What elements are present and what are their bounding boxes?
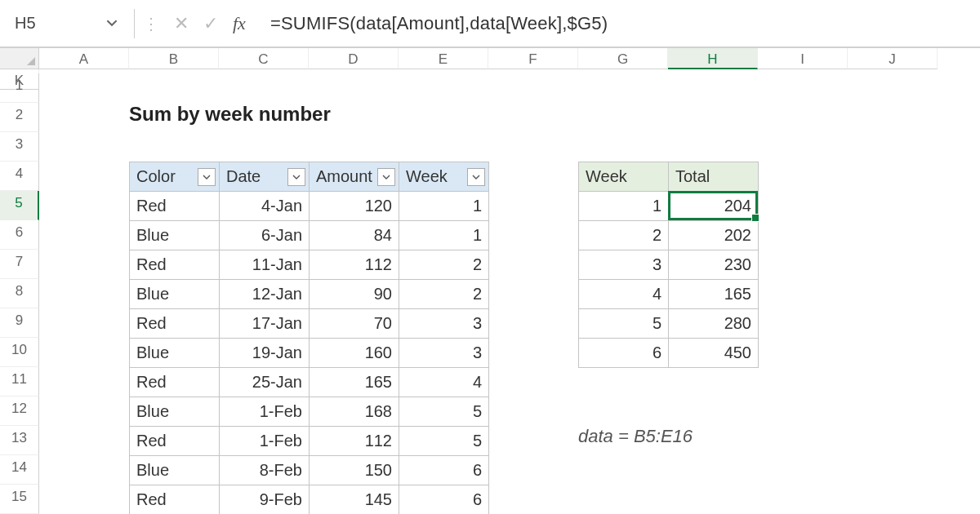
table-row: Red9-Feb1456 [130, 485, 489, 515]
col-header-color[interactable]: Color [130, 162, 220, 192]
cell-color[interactable]: Red [130, 485, 220, 515]
cell-amount[interactable]: 150 [310, 456, 399, 485]
cell-week[interactable]: 4 [399, 368, 489, 397]
filter-icon[interactable] [287, 168, 305, 186]
col-header-J[interactable]: J [848, 48, 938, 69]
cell-date[interactable]: 17-Jan [220, 309, 310, 339]
cell-week[interactable]: 4 [579, 280, 669, 309]
cell-week[interactable]: 6 [399, 456, 489, 485]
cell-color[interactable]: Blue [130, 280, 220, 309]
cell-color[interactable]: Blue [130, 397, 220, 427]
filter-icon[interactable] [377, 168, 395, 186]
cell-total[interactable]: 165 [669, 280, 759, 309]
row-header-11[interactable]: 11 [0, 367, 39, 397]
row-header-14[interactable]: 14 [0, 455, 39, 485]
col-header-I[interactable]: I [758, 48, 848, 69]
cell-amount[interactable]: 112 [310, 250, 399, 280]
row-header-5[interactable]: 5 [0, 191, 39, 220]
cell-week[interactable]: 3 [579, 250, 669, 280]
cell-color[interactable]: Red [130, 368, 220, 397]
cell-week[interactable]: 6 [579, 339, 669, 368]
cell-color[interactable]: Red [130, 309, 220, 339]
cell-week[interactable]: 3 [399, 339, 489, 368]
cell-week[interactable]: 1 [399, 221, 489, 250]
cell-color[interactable]: Blue [130, 221, 220, 250]
cell-week[interactable]: 2 [399, 250, 489, 280]
cell-amount[interactable]: 90 [310, 280, 399, 309]
cell-week[interactable]: 5 [399, 427, 489, 456]
name-box[interactable]: H5 [8, 11, 126, 36]
col-header-amount[interactable]: Amount [310, 162, 399, 192]
cell-total[interactable]: 202 [669, 221, 759, 250]
table-row: 2202 [579, 221, 759, 250]
cell-date[interactable]: 25-Jan [220, 368, 310, 397]
cell-date[interactable]: 1-Feb [220, 397, 310, 427]
cell-color[interactable]: Red [130, 192, 220, 221]
row-header-7[interactable]: 7 [0, 250, 39, 279]
cell-date[interactable]: 6-Jan [220, 221, 310, 250]
cell-week[interactable]: 5 [579, 309, 669, 339]
cell-week[interactable]: 1 [579, 192, 669, 221]
col-header-G[interactable]: G [578, 48, 668, 69]
row-header-13[interactable]: 13 [0, 426, 39, 455]
cell-amount[interactable]: 165 [310, 368, 399, 397]
cell-amount[interactable]: 112 [310, 427, 399, 456]
cell-amount[interactable]: 84 [310, 221, 399, 250]
fx-icon[interactable]: fx [233, 13, 246, 34]
col-header-week[interactable]: Week [399, 162, 489, 192]
cell-amount[interactable]: 70 [310, 309, 399, 339]
cell-color[interactable]: Red [130, 427, 220, 456]
row-header-6[interactable]: 6 [0, 220, 39, 250]
col-header-D[interactable]: D [309, 48, 399, 69]
cell-total[interactable]: 280 [669, 309, 759, 339]
cell-amount[interactable]: 168 [310, 397, 399, 427]
row-header-10[interactable]: 10 [0, 338, 39, 367]
col-header-B[interactable]: B [129, 48, 219, 69]
cell-week[interactable]: 5 [399, 397, 489, 427]
cell-date[interactable]: 9-Feb [220, 485, 310, 515]
vertical-dots-icon: ⋮ [143, 14, 159, 33]
cell-amount[interactable]: 145 [310, 485, 399, 515]
cell-date[interactable]: 4-Jan [220, 192, 310, 221]
cell-amount[interactable]: 160 [310, 339, 399, 368]
row-header-4[interactable]: 4 [0, 162, 39, 191]
cell-week[interactable]: 3 [399, 309, 489, 339]
cell-date[interactable]: 19-Jan [220, 339, 310, 368]
col-header-C[interactable]: C [219, 48, 309, 69]
cells-area[interactable]: Sum by week number Color Date Amount Wee… [39, 73, 938, 514]
cell-date[interactable]: 1-Feb [220, 427, 310, 456]
cell-week[interactable]: 2 [399, 280, 489, 309]
select-all-button[interactable] [0, 48, 39, 69]
row-header-9[interactable]: 9 [0, 308, 39, 338]
cell-color[interactable]: Blue [130, 339, 220, 368]
col-header-date[interactable]: Date [220, 162, 310, 192]
col-header-A[interactable]: A [39, 48, 129, 69]
cell-total[interactable]: 230 [669, 250, 759, 280]
filter-icon[interactable] [198, 168, 216, 186]
cell-date[interactable]: 11-Jan [220, 250, 310, 280]
row-header-15[interactable]: 15 [0, 485, 39, 514]
row-header-1[interactable]: 1 [0, 73, 39, 103]
cell-total[interactable]: 204 [669, 192, 759, 221]
row-header-3[interactable]: 3 [0, 132, 39, 162]
filter-icon[interactable] [467, 168, 485, 186]
row-header-12[interactable]: 12 [0, 397, 39, 426]
cell-date[interactable]: 8-Feb [220, 456, 310, 485]
col-header-F[interactable]: F [488, 48, 578, 69]
enter-icon[interactable]: ✓ [203, 13, 218, 34]
cell-color[interactable]: Red [130, 250, 220, 280]
cell-date[interactable]: 12-Jan [220, 280, 310, 309]
col-header-H[interactable]: H [668, 48, 758, 69]
formula-input[interactable]: =SUMIFS(data[Amount],data[Week],$G5) [246, 13, 608, 34]
cell-color[interactable]: Blue [130, 456, 220, 485]
cancel-icon[interactable]: ✕ [174, 13, 189, 34]
cell-week[interactable]: 6 [399, 485, 489, 515]
cell-week[interactable]: 1 [399, 192, 489, 221]
col-header-E[interactable]: E [399, 48, 488, 69]
row-header-2[interactable]: 2 [0, 103, 39, 132]
row-header-8[interactable]: 8 [0, 279, 39, 308]
cell-amount[interactable]: 120 [310, 192, 399, 221]
cell-week[interactable]: 2 [579, 221, 669, 250]
cell-total[interactable]: 450 [669, 339, 759, 368]
chevron-down-icon[interactable] [106, 14, 118, 33]
